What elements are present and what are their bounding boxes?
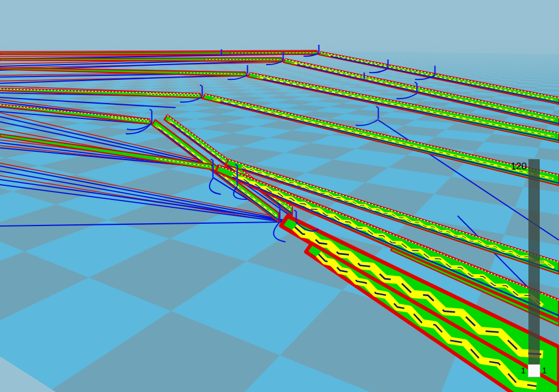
simulation-window: 120 1 1 <box>0 0 559 392</box>
slider-value-left: 1 <box>515 366 526 374</box>
speed-slider-thumb[interactable] <box>528 364 540 377</box>
speed-slider-track[interactable] <box>528 159 540 377</box>
slider-value-right: 1 <box>542 366 547 374</box>
slider-max-label: 120 <box>505 161 527 171</box>
scene-3d-viewport[interactable] <box>0 0 559 392</box>
